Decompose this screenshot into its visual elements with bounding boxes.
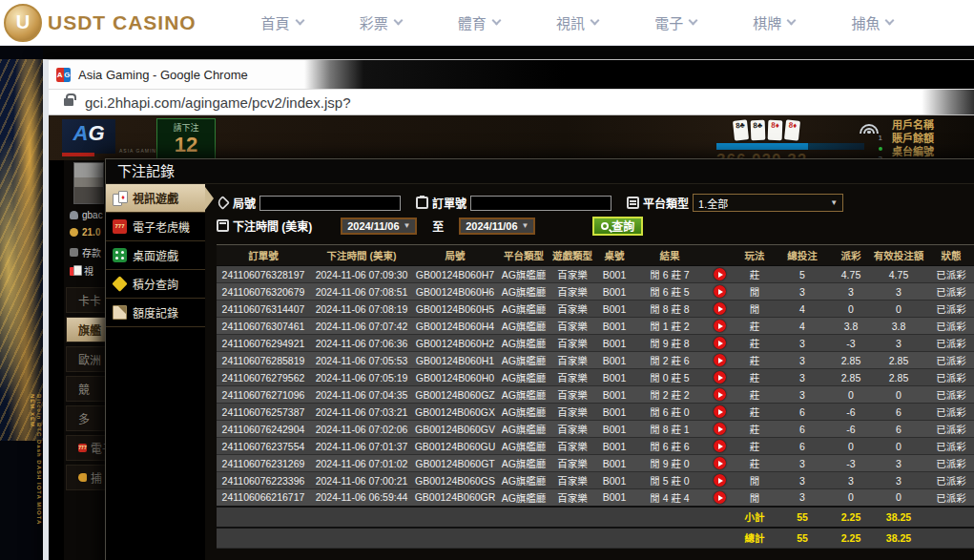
table-row: 2411060762375542024-11-06 07:01:37GB0012… xyxy=(217,438,974,455)
play-icon[interactable] xyxy=(714,405,726,418)
bet-cell: 3 xyxy=(776,489,829,507)
modal-menu-item[interactable]: 額度記錄 xyxy=(106,299,205,327)
time-label-text: 下注時間 (美東) xyxy=(233,218,312,234)
date-from-picker[interactable]: 2024/11/06 ▼ xyxy=(341,218,417,235)
game-cell: 百家樂 xyxy=(550,404,594,421)
bet-cell: 4 xyxy=(776,318,829,335)
play-icon[interactable] xyxy=(714,457,726,469)
replay-cell xyxy=(705,352,734,369)
date-to-picker[interactable]: 2024/11/06 ▼ xyxy=(459,218,535,235)
search-button[interactable]: 查詢 xyxy=(592,217,643,236)
play-icon[interactable] xyxy=(714,354,726,366)
nav-item[interactable]: 電子 xyxy=(654,12,696,32)
time-cell: 2024-11-06 07:08:51 xyxy=(310,283,413,301)
site-logo[interactable]: U USDT CASINO xyxy=(4,4,209,42)
table-cell: B001 xyxy=(594,455,634,472)
dice-icon xyxy=(113,248,127,262)
modal-menu-item[interactable]: 777電子老虎機 xyxy=(106,213,205,241)
search-icon xyxy=(601,222,609,230)
modal-title: 下注記錄 xyxy=(106,159,974,184)
result-cell: 閒 6 莊 0 xyxy=(634,404,705,421)
cards-icon xyxy=(113,191,127,205)
balance-text: 21.0 xyxy=(82,227,100,238)
play-icon[interactable] xyxy=(714,388,726,401)
platform-field-label: 平台類型 xyxy=(627,195,689,211)
time-cell: 2024-11-06 07:06:36 xyxy=(310,335,413,352)
result-cell: 閒 5 莊 0 xyxy=(634,472,705,489)
nav-item[interactable]: 棋牌 xyxy=(753,12,795,32)
status-cell: 已派彩 xyxy=(924,472,974,489)
modal-menu: 視訊遊戲777電子老虎機桌面遊戲積分查詢額度記錄 xyxy=(106,184,205,560)
nav-item[interactable]: 捕魚 xyxy=(851,12,893,32)
result-cell: 閒 0 莊 5 xyxy=(634,369,705,386)
column-header: 結果 xyxy=(634,245,705,266)
lock-icon[interactable] xyxy=(64,98,73,106)
valid-cell: 0 xyxy=(873,489,924,507)
order-cell: 241106076271096 xyxy=(217,386,310,404)
payout-cell: 2.85 xyxy=(829,369,873,386)
platform-cell: AG旗艦廳 xyxy=(497,455,550,472)
time-cell: 2024-11-06 07:08:19 xyxy=(310,301,413,318)
total-bet: 55 xyxy=(776,528,829,549)
play-icon[interactable] xyxy=(714,268,726,280)
url-bar[interactable]: gci.2hhapi.com/agingame/pcv2/index.jsp? xyxy=(49,89,974,115)
order-input[interactable] xyxy=(470,196,611,211)
total-payout: 2.25 xyxy=(829,528,873,549)
platform-cell: AG旗艦廳 xyxy=(497,266,550,283)
table-cell: B001 xyxy=(594,386,634,404)
valid-cell: 0 xyxy=(873,386,924,404)
status-cell: 已派彩 xyxy=(924,266,974,283)
column-header: 平台類型 xyxy=(497,245,550,266)
play-icon[interactable] xyxy=(714,474,726,487)
play-icon[interactable] xyxy=(714,371,726,384)
replay-cell xyxy=(705,386,734,404)
platform-select[interactable]: 1.全部 ▼ xyxy=(693,194,843,212)
valid-cell: 6 xyxy=(873,404,924,421)
play-icon[interactable] xyxy=(714,491,726,504)
round-input[interactable] xyxy=(259,196,401,211)
round-cell: GB00124B060H2 xyxy=(413,335,497,352)
empty-cell xyxy=(594,507,634,528)
modal-menu-item[interactable]: 桌面遊戲 xyxy=(106,241,205,270)
valid-cell: 3 xyxy=(873,455,924,472)
list-icon xyxy=(627,197,639,209)
result-cell: 閒 9 莊 0 xyxy=(634,455,705,472)
time-cell: 2024-11-06 07:00:21 xyxy=(310,472,413,489)
ag-logo: AG xyxy=(62,119,115,154)
nav-item[interactable]: 彩票 xyxy=(360,12,402,32)
play-icon[interactable] xyxy=(714,423,726,435)
game-cell: 百家樂 xyxy=(550,489,594,507)
platform-cell: AG旗艦廳 xyxy=(497,352,550,369)
play-icon[interactable] xyxy=(714,440,726,452)
empty-cell xyxy=(310,507,413,528)
ag-game-tab-label: 卡卡 xyxy=(78,292,101,308)
chevron-down-icon xyxy=(591,16,600,26)
empty-cell xyxy=(497,507,550,528)
empty-cell xyxy=(413,507,497,528)
play-cell: 閒 xyxy=(734,489,776,507)
table-row: 2411060762312692024-11-06 07:01:02GB0012… xyxy=(217,455,974,472)
nav-item[interactable]: 視訊 xyxy=(556,12,598,32)
site-header: U USDT CASINO 首頁彩票體育視訊電子棋牌捕魚 xyxy=(0,0,974,46)
window-titlebar[interactable]: A G Asia Gaming - Google Chrome xyxy=(49,60,974,89)
modal-menu-item[interactable]: 積分查詢 xyxy=(106,270,205,299)
play-cell: 莊 xyxy=(734,352,776,369)
round-field-label: 局號 xyxy=(217,195,256,211)
deposit-row[interactable]: 存款 xyxy=(70,245,101,259)
platform-label-text: 平台類型 xyxy=(643,195,689,211)
video-row[interactable]: 視 xyxy=(70,263,93,278)
game-cell: 百家樂 xyxy=(550,472,594,489)
play-icon[interactable] xyxy=(714,302,726,315)
replay-cell xyxy=(705,301,734,318)
nav-item[interactable]: 首頁 xyxy=(261,12,303,32)
play-icon[interactable] xyxy=(714,337,726,349)
order-cell: 241106076285819 xyxy=(217,352,310,369)
play-icon[interactable] xyxy=(714,320,726,332)
modal-menu-item-label: 桌面遊戲 xyxy=(133,247,178,263)
nav-item[interactable]: 體育 xyxy=(458,12,500,32)
nav-item-label: 捕魚 xyxy=(851,12,880,32)
column-header: 桌號 xyxy=(594,245,634,266)
url-text[interactable]: gci.2hhapi.com/agingame/pcv2/index.jsp? xyxy=(85,94,351,111)
play-icon[interactable] xyxy=(714,285,726,298)
modal-menu-item[interactable]: 視訊遊戲 xyxy=(106,184,205,213)
